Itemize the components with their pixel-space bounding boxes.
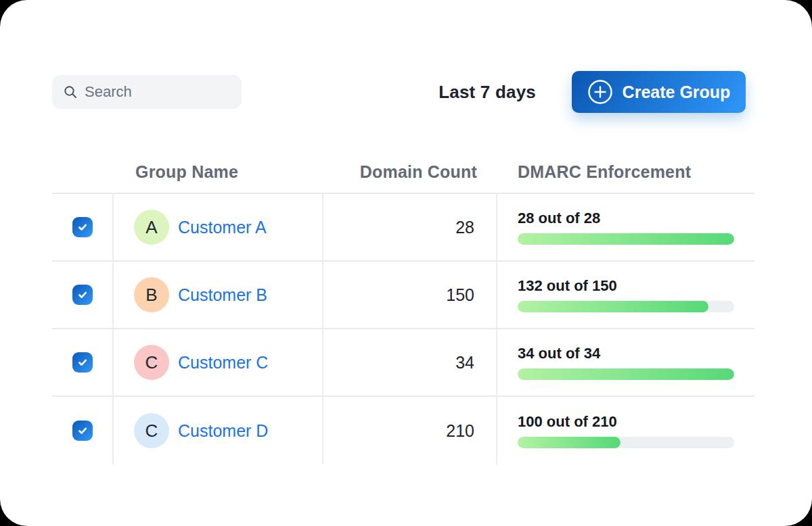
create-group-button[interactable]: Create Group <box>572 71 746 113</box>
row-checkbox[interactable] <box>72 217 93 237</box>
groups-table: Group Name Domain Count DMARC Enforcemen… <box>52 152 754 464</box>
dmarc-progress-label: 34 out of 34 <box>518 345 734 362</box>
plus-circle-icon <box>587 79 613 105</box>
dmarc-progress-label: 132 out of 150 <box>518 277 734 295</box>
dmarc-progress-label: 28 out of 28 <box>518 210 734 227</box>
row-group-name-cell: B Customer B <box>114 262 323 328</box>
avatar: C <box>134 345 169 380</box>
dmarc-progress-track <box>518 301 734 312</box>
toolbar: Last 7 days Create Group <box>52 71 746 113</box>
avatar: A <box>134 210 169 245</box>
avatar-letter: A <box>145 217 157 238</box>
dmarc-progress-label: 100 out of 210 <box>518 413 734 431</box>
search-icon <box>63 85 78 99</box>
dmarc-progress-track <box>518 368 734 380</box>
row-domain-count-cell: 150 <box>323 262 497 328</box>
dmarc-progress-fill <box>518 437 621 448</box>
row-group-name-cell: A Customer A <box>114 194 323 260</box>
header-checkbox-spacer <box>52 182 114 193</box>
checkmark-icon <box>76 356 89 368</box>
row-dmarc-cell: 100 out of 210 <box>497 397 754 464</box>
header-domain-count: Domain Count <box>323 162 497 193</box>
row-checkbox-cell <box>52 397 114 464</box>
date-range-selector[interactable]: Last 7 days <box>438 82 536 103</box>
customer-link[interactable]: Customer A <box>178 218 267 237</box>
avatar-letter: C <box>145 421 158 441</box>
create-group-label: Create Group <box>623 82 731 102</box>
checkmark-icon <box>76 425 89 437</box>
row-checkbox[interactable] <box>72 421 93 441</box>
avatar: B <box>134 277 169 312</box>
row-group-name-cell: C Customer C <box>114 329 323 396</box>
table-row: C Customer D 210 100 out of 210 <box>52 397 754 464</box>
avatar-letter: C <box>145 352 158 373</box>
dmarc-progress-fill <box>518 301 708 312</box>
row-checkbox[interactable] <box>72 285 93 305</box>
row-checkbox[interactable] <box>72 352 93 373</box>
row-checkbox-cell <box>52 262 114 328</box>
domain-count-value: 210 <box>446 421 474 441</box>
row-checkbox-cell <box>52 329 114 396</box>
customer-link[interactable]: Customer C <box>178 353 268 373</box>
search-input[interactable] <box>85 83 231 101</box>
row-group-name-cell: C Customer D <box>114 397 323 464</box>
dmarc-progress-group: 100 out of 210 <box>518 413 734 448</box>
domain-count-value: 28 <box>455 218 474 237</box>
dmarc-progress-group: 28 out of 28 <box>518 210 734 245</box>
domain-count-value: 150 <box>446 285 474 305</box>
dmarc-progress-group: 34 out of 34 <box>518 345 734 380</box>
app-card: Last 7 days Create Group Group Name Doma… <box>0 0 812 526</box>
avatar: C <box>134 413 169 448</box>
table-header-row: Group Name Domain Count DMARC Enforcemen… <box>52 152 754 194</box>
domain-count-value: 34 <box>455 353 474 373</box>
row-dmarc-cell: 34 out of 34 <box>497 329 754 396</box>
customer-link[interactable]: Customer D <box>178 421 268 441</box>
dmarc-progress-track <box>518 437 734 448</box>
dmarc-progress-fill <box>518 368 734 380</box>
dmarc-progress-group: 132 out of 150 <box>518 277 734 312</box>
dmarc-progress-fill <box>518 233 734 245</box>
header-dmarc-enforcement: DMARC Enforcement <box>497 162 754 193</box>
dmarc-progress-track <box>518 233 734 245</box>
table-row: A Customer A 28 28 out of 28 <box>52 194 754 262</box>
row-domain-count-cell: 28 <box>323 194 497 260</box>
row-domain-count-cell: 210 <box>323 397 497 464</box>
row-domain-count-cell: 34 <box>323 329 497 396</box>
row-dmarc-cell: 28 out of 28 <box>497 194 754 260</box>
table-row: B Customer B 150 132 out of 150 <box>52 262 754 329</box>
table-body: A Customer A 28 28 out of 28 <box>52 194 754 464</box>
avatar-letter: B <box>145 285 157 306</box>
customer-link[interactable]: Customer B <box>178 285 267 305</box>
header-group-name: Group Name <box>114 162 323 193</box>
checkmark-icon <box>76 289 89 301</box>
checkmark-icon <box>76 221 89 233</box>
table-row: C Customer C 34 34 out of 34 <box>52 329 754 397</box>
row-dmarc-cell: 132 out of 150 <box>497 262 754 328</box>
row-checkbox-cell <box>52 194 114 260</box>
search-box[interactable] <box>52 75 242 109</box>
